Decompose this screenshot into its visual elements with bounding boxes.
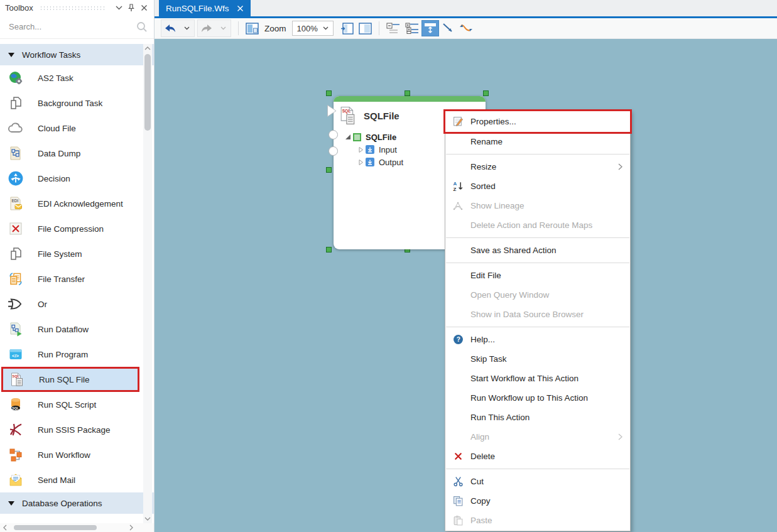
node-port-circle[interactable] xyxy=(329,130,338,139)
toolbox-item-run-workflow[interactable]: Run Workflow xyxy=(0,442,139,467)
dock-right-button[interactable] xyxy=(356,20,374,36)
menu-item-save-as-shared-action[interactable]: Save as Shared Action xyxy=(445,241,630,260)
toolbox-item-label: Send Mail xyxy=(38,475,75,485)
undo-dropdown-button[interactable] xyxy=(179,20,194,36)
close-tab-icon[interactable] xyxy=(237,5,244,12)
menu-item-label: Cut xyxy=(470,477,630,486)
cloud-file-icon xyxy=(8,120,24,136)
toolbox-item-file-transfer[interactable]: File Transfer xyxy=(0,266,139,291)
toolbox-item-run-program[interactable]: </> Run Program xyxy=(0,342,139,367)
toolbox-item-as2-task[interactable]: AS2 Task xyxy=(0,65,139,90)
toolbox-search xyxy=(0,15,154,39)
file-transfer-icon xyxy=(8,271,24,287)
toolbox-item-decision[interactable]: Decision xyxy=(0,166,139,191)
toolbox-item-data-dump[interactable]: Data Dump xyxy=(0,141,139,166)
node-port-circle[interactable] xyxy=(329,146,338,156)
collapsed-arrow-icon[interactable] xyxy=(356,146,366,153)
section-workflow-tasks[interactable]: Workflow Tasks xyxy=(0,44,154,65)
collapse-all-button[interactable] xyxy=(384,20,403,36)
toolbox-item-cloud-file[interactable]: Cloud File xyxy=(0,116,139,141)
menu-item-sorted[interactable]: AZ Sorted xyxy=(445,176,630,196)
scroll-left-button[interactable] xyxy=(0,523,10,532)
toolbox-horizontal-scrollbar[interactable] xyxy=(0,523,154,532)
straight-link-button[interactable] xyxy=(439,20,457,36)
expand-all-button[interactable] xyxy=(403,20,421,36)
menu-item-start-workflow-at-this-action[interactable]: Start Workflow at This Action xyxy=(445,369,630,388)
redo-dropdown-button[interactable] xyxy=(215,20,231,36)
pin-panel-button[interactable] xyxy=(125,1,138,14)
redo-button[interactable] xyxy=(198,20,215,36)
toolbox-item-run-sql-script[interactable]: SQL Run SQL Script xyxy=(0,392,139,417)
properties-icon xyxy=(445,116,470,127)
preview-panel-button[interactable] xyxy=(243,20,261,36)
undo-button[interactable] xyxy=(161,20,179,36)
menu-item-run-this-action[interactable]: Run This Action xyxy=(445,408,630,427)
workflow-canvas[interactable]: SQL SQLFile SQLFile xyxy=(155,39,777,532)
menu-item-label: Run Workflow up to This Action xyxy=(470,393,630,403)
auto-size-button[interactable] xyxy=(421,20,439,36)
toolbox-item-run-dataflow[interactable]: Run Dataflow xyxy=(0,317,139,342)
node-title: SQLFile xyxy=(364,111,399,121)
toolbox-item-edi-acknowledgement[interactable]: EDI EDI Acknowledgement xyxy=(0,191,139,216)
chevron-up-icon xyxy=(144,46,151,50)
collapsed-arrow-icon[interactable] xyxy=(356,159,366,166)
data-dump-icon xyxy=(8,145,24,161)
toolbox-item-send-mail[interactable]: Send Mail xyxy=(0,467,139,492)
chevron-left-icon xyxy=(3,524,7,531)
menu-item-copy[interactable]: Copy xyxy=(445,491,630,511)
toolbox-item-label: Run SQL File xyxy=(39,375,90,384)
dock-left-button[interactable] xyxy=(338,20,356,36)
expand-all-icon xyxy=(405,23,419,34)
section-label: Database Operations xyxy=(22,499,102,508)
run-dataflow-icon xyxy=(8,321,24,337)
vertical-scroll-thumb[interactable] xyxy=(144,54,151,131)
toolbox-item-file-system[interactable]: File System xyxy=(0,241,139,266)
zoom-select[interactable]: 100% xyxy=(292,21,334,36)
menu-item-label: Skip Task xyxy=(470,354,630,364)
expanded-arrow-icon[interactable] xyxy=(343,134,353,140)
close-panel-button[interactable] xyxy=(138,1,150,14)
toolbox-item-run-ssis-package[interactable]: Run SSIS Package xyxy=(0,417,139,442)
toolbox-item-file-compression[interactable]: File Compression xyxy=(0,216,139,241)
svg-text:EDI: EDI xyxy=(12,198,19,203)
menu-item-delete[interactable]: Delete xyxy=(445,447,630,466)
toolbox-item-background-task[interactable]: Background Task xyxy=(0,90,139,116)
toolbox-header: Toolbox xyxy=(0,0,154,15)
run-program-icon: </> xyxy=(8,346,24,362)
selection-handle-top-left[interactable] xyxy=(326,90,332,96)
scroll-right-button[interactable] xyxy=(126,523,136,532)
menu-item-edit-file[interactable]: Edit File xyxy=(445,266,630,285)
search-input[interactable] xyxy=(9,22,136,31)
node-input-notch[interactable] xyxy=(327,104,338,117)
menu-item-properties[interactable]: Properties... xyxy=(445,111,630,132)
panel-options-button[interactable] xyxy=(112,1,125,14)
toolbox-item-run-sql-file[interactable]: SQL Run SQL File xyxy=(1,367,139,392)
curved-link-button[interactable] xyxy=(457,20,475,36)
section-label: Workflow Tasks xyxy=(22,50,80,60)
panel-drag-grip[interactable] xyxy=(40,5,106,11)
submenu-arrow-icon xyxy=(618,163,622,170)
horizontal-scroll-thumb[interactable] xyxy=(14,525,97,530)
tree-child-label: Output xyxy=(379,158,403,167)
selection-handle-bottom-left[interactable] xyxy=(326,247,332,252)
menu-item-cut[interactable]: Cut xyxy=(445,472,630,491)
chevron-down-icon xyxy=(116,6,122,10)
section-database-operations[interactable]: Database Operations xyxy=(0,492,154,514)
menu-separator xyxy=(446,154,629,155)
submenu-arrow-icon xyxy=(618,433,622,440)
toolbox-vertical-scrollbar[interactable] xyxy=(143,44,152,523)
tab-runsqlfile-wfs[interactable]: RunSQLFile.Wfs xyxy=(159,0,251,16)
toolbox-item-label: File Compression xyxy=(38,224,104,234)
selection-handle-top-right[interactable] xyxy=(483,90,489,96)
menu-item-help[interactable]: ? Help... xyxy=(445,330,630,349)
menu-item-resize[interactable]: Resize xyxy=(445,157,630,176)
scroll-down-button[interactable] xyxy=(143,514,152,523)
menu-item-skip-task[interactable]: Skip Task xyxy=(445,349,630,369)
menu-item-rename[interactable]: Rename xyxy=(445,132,630,151)
scroll-up-button[interactable] xyxy=(143,44,152,53)
background-task-icon xyxy=(8,95,24,111)
toolbox-item-or[interactable]: Or xyxy=(0,291,139,317)
selection-handle-top-middle[interactable] xyxy=(405,90,410,96)
menu-item-run-workflow-up-to-this-action[interactable]: Run Workflow up to This Action xyxy=(445,388,630,408)
selection-handle-middle-left[interactable] xyxy=(326,167,332,173)
